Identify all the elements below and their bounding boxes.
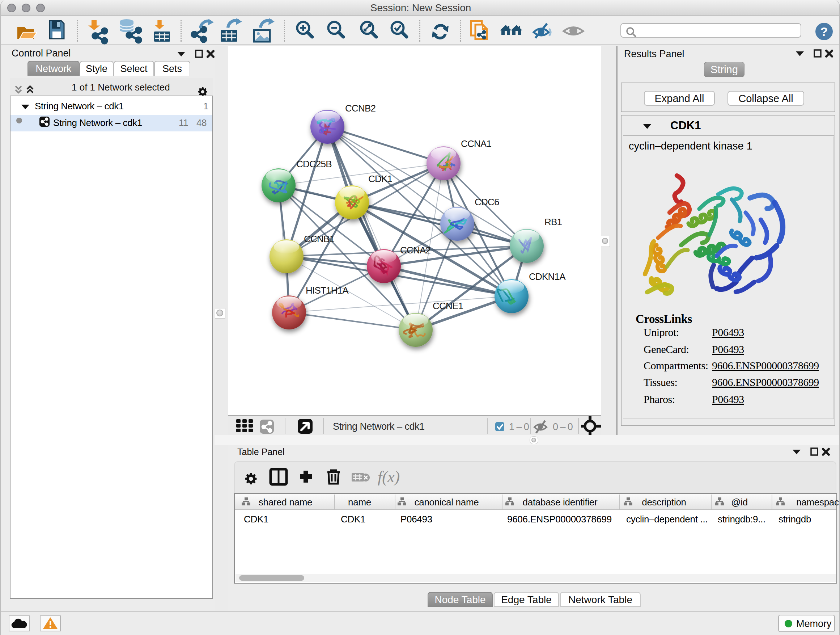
svg-text:CDKN1A: CDKN1A — [529, 271, 566, 282]
svg-text:CDC6: CDC6 — [475, 196, 499, 207]
svg-text:CDK1: CDK1 — [368, 173, 392, 184]
svg-text:HIST1H1A: HIST1H1A — [306, 285, 349, 296]
svg-text:CCNB2: CCNB2 — [345, 103, 376, 114]
svg-text:CCNB1: CCNB1 — [304, 233, 334, 244]
svg-text:CCNE1: CCNE1 — [433, 301, 463, 311]
svg-text:RB1: RB1 — [545, 217, 562, 227]
svg-text:CCNA1: CCNA1 — [461, 138, 491, 149]
svg-text:CDC25B: CDC25B — [296, 158, 332, 169]
svg-text:CCNA2: CCNA2 — [400, 245, 431, 256]
